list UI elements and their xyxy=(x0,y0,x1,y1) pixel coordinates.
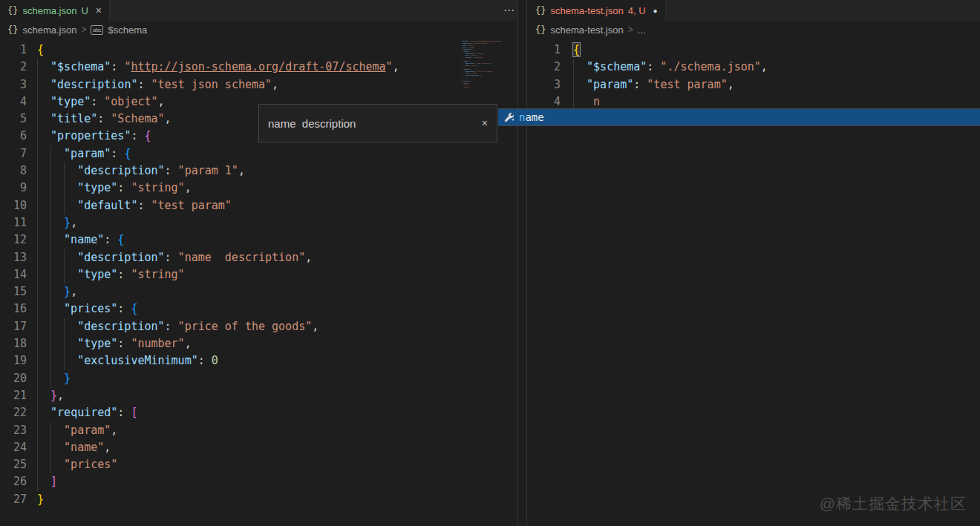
code-line[interactable]: 3"param": "test param", xyxy=(528,76,980,93)
line-number: 14 xyxy=(0,266,27,283)
code-line[interactable]: 2"$schema": "http://json-schema.org/draf… xyxy=(0,59,527,76)
line-number: 2 xyxy=(0,59,27,76)
indent-guide xyxy=(37,180,50,197)
breadcrumb-file[interactable]: schema-test.json xyxy=(550,24,623,36)
line-number: 7 xyxy=(0,145,27,162)
close-icon[interactable]: × xyxy=(96,4,102,16)
indent-guide xyxy=(37,456,50,473)
code-line[interactable]: 10"default": "test param" xyxy=(0,197,527,214)
editor-group-right: {} schema-test.json 4, U ● {} schema-tes… xyxy=(528,0,980,526)
tab-schema-test-json[interactable]: {} schema-test.json 4, U ● xyxy=(528,0,666,21)
indent-guide xyxy=(37,111,50,128)
code-line[interactable]: 11}, xyxy=(0,214,527,231)
editor-group-left: {} schema.json U × ⋯ {} schema.json > ab… xyxy=(0,0,527,526)
code-line[interactable]: 13"description": "name description", xyxy=(0,249,527,266)
breadcrumb-ellipsis[interactable]: ... xyxy=(638,24,646,36)
code-line[interactable]: 3"description": "test json schema", xyxy=(0,76,527,93)
dirty-indicator-icon[interactable]: ● xyxy=(653,7,658,15)
code-line[interactable]: 8"description": "param 1", xyxy=(0,162,527,180)
line-number: 5 xyxy=(0,111,27,128)
indent-guide xyxy=(37,231,50,249)
code-line[interactable]: 21}, xyxy=(0,387,527,404)
indent-guide xyxy=(50,145,64,162)
indent-guide xyxy=(573,59,587,76)
line-number: 27 xyxy=(0,491,27,508)
indent-guide xyxy=(50,214,64,231)
json-file-icon: {} xyxy=(535,5,546,16)
indent-guide xyxy=(37,76,50,93)
code-line[interactable]: 27} xyxy=(460,91,515,93)
indent-guide xyxy=(50,335,64,352)
code-line[interactable]: 26] xyxy=(0,473,527,490)
line-number: 11 xyxy=(0,214,27,231)
more-actions-icon[interactable]: ⋯ xyxy=(503,0,515,21)
code-line[interactable]: 22"required": [ xyxy=(0,404,527,421)
code-line[interactable]: 17"description": "price of the goods", xyxy=(0,318,527,335)
line-number: 10 xyxy=(0,197,27,214)
line-number: 1 xyxy=(528,42,561,59)
tab-bar-right: {} schema-test.json 4, U ● xyxy=(528,0,980,21)
code-line[interactable]: 16"prices": { xyxy=(0,300,527,318)
watermark: @稀土掘金技术社区 xyxy=(820,493,967,514)
indent-guide xyxy=(50,249,64,266)
indent-guide xyxy=(37,249,50,266)
indent-guide xyxy=(64,352,77,369)
line-number: 8 xyxy=(0,162,27,180)
code-line[interactable]: 23"param", xyxy=(0,422,527,439)
indent-guide xyxy=(37,197,50,214)
indent-guide xyxy=(37,387,50,404)
minimap[interactable]: 1{2"$schema": "http://json-schema.org/dr… xyxy=(460,39,517,102)
code-line[interactable]: 9"type": "string", xyxy=(0,180,527,197)
indent-guide xyxy=(573,76,587,93)
indent-guide xyxy=(64,180,77,197)
indent-guide xyxy=(37,162,50,180)
line-number: 17 xyxy=(0,318,27,335)
code-line[interactable]: 19"exclusiveMinimum": 0 xyxy=(0,352,527,369)
code-line[interactable]: 7"param": { xyxy=(0,145,527,162)
code-line[interactable]: 1{ xyxy=(528,42,980,59)
line-number: 23 xyxy=(0,422,27,439)
code-line[interactable]: 14"type": "string" xyxy=(0,266,527,283)
indent-guide xyxy=(37,59,50,76)
chevron-right-icon: > xyxy=(628,24,633,35)
vscode-window: {} schema.json U × ⋯ {} schema.json > ab… xyxy=(0,0,980,526)
code-line[interactable]: 25"prices" xyxy=(0,456,527,473)
code-line[interactable]: 24"name", xyxy=(0,439,527,456)
suggest-docs-panel: name description × xyxy=(258,104,497,142)
indent-guide xyxy=(37,335,50,352)
tab-schema-json[interactable]: {} schema.json U × xyxy=(0,0,110,21)
code-line[interactable]: 1{ xyxy=(0,42,527,59)
code-line[interactable]: 12"name": { xyxy=(0,231,527,249)
indent-guide xyxy=(37,93,50,111)
code-line[interactable]: 20} xyxy=(0,370,527,387)
indent-guide xyxy=(64,249,77,266)
indent-guide xyxy=(50,370,64,387)
json-file-icon: {} xyxy=(7,5,18,16)
breadcrumb: {} schema.json > abc $schema xyxy=(0,21,527,39)
indent-guide xyxy=(64,162,77,180)
close-icon[interactable]: × xyxy=(482,117,488,129)
indent-guide xyxy=(50,352,64,369)
code-line[interactable]: 27} xyxy=(0,491,527,508)
editor-group-divider[interactable] xyxy=(517,0,527,526)
indent-guide xyxy=(37,370,50,387)
indent-guide xyxy=(50,162,64,180)
suggest-item-name[interactable]: name xyxy=(498,108,980,126)
indent-guide xyxy=(50,300,64,318)
breadcrumb-file[interactable]: schema.json xyxy=(22,24,76,36)
breadcrumb: {} schema-test.json > ... xyxy=(528,21,980,39)
indent-guide xyxy=(37,318,50,335)
indent-guide xyxy=(37,266,50,283)
line-number: 4 xyxy=(0,93,27,111)
breadcrumb-symbol[interactable]: $schema xyxy=(108,24,147,36)
code-line[interactable]: 15}, xyxy=(0,283,527,300)
indent-guide xyxy=(50,283,64,300)
line-number: 19 xyxy=(0,352,27,369)
line-number: 9 xyxy=(0,180,27,197)
tab-bar-left: {} schema.json U × ⋯ xyxy=(0,0,527,21)
code-line[interactable]: 18"type": "number", xyxy=(0,335,527,352)
code-line[interactable]: 2"$schema": "./schema.json", xyxy=(528,59,980,76)
line-number: 25 xyxy=(0,456,27,473)
json-file-icon: {} xyxy=(535,24,546,35)
line-number: 2 xyxy=(528,59,561,76)
